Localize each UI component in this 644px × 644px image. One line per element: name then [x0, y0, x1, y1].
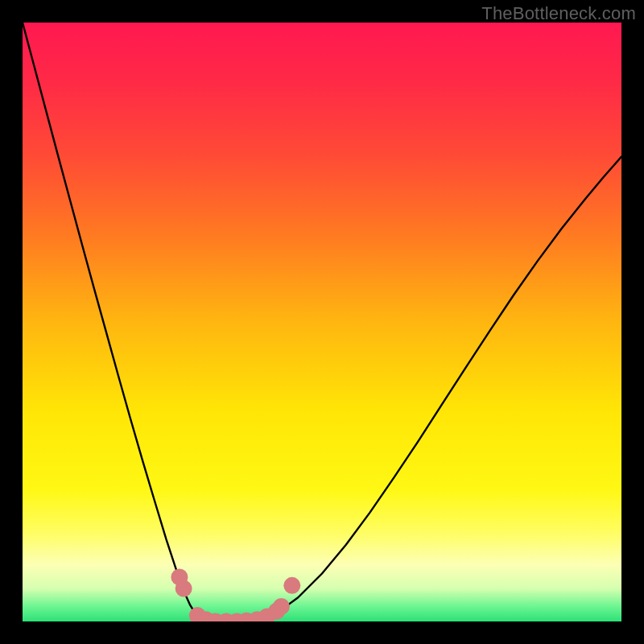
chart-frame: TheBottleneck.com: [0, 0, 644, 644]
attribution-label: TheBottleneck.com: [481, 3, 636, 24]
marker-point: [283, 577, 300, 594]
bottleneck-chart: [23, 23, 621, 621]
gradient-background: [23, 23, 621, 621]
marker-point: [175, 580, 192, 597]
marker-point: [273, 598, 290, 615]
